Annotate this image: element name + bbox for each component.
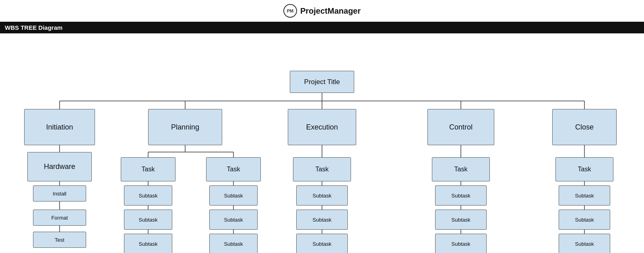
node-close-subtask3: Subtask	[559, 234, 610, 253]
wbs-diagram: Project Title Initiation Hardware Instal…	[0, 33, 644, 253]
node-planning: Planning	[148, 109, 222, 145]
node-planning-subtask2b: Subtask	[209, 210, 258, 230]
node-test: Test	[33, 232, 86, 248]
app-name: ProjectManager	[300, 6, 361, 16]
node-planning-subtask2c: Subtask	[209, 234, 258, 253]
header: PM ProjectManager	[0, 0, 644, 22]
node-format: Format	[33, 210, 86, 226]
node-planning-subtask2a: Subtask	[209, 185, 258, 206]
node-close-task: Task	[555, 157, 613, 181]
node-planning-task1: Task	[121, 157, 175, 181]
title-bar: WBS TREE Diagram	[0, 22, 644, 33]
node-planning-task2: Task	[206, 157, 261, 181]
node-hardware: Hardware	[27, 152, 92, 181]
diagram-title: WBS TREE Diagram	[5, 24, 62, 31]
node-planning-subtask1b: Subtask	[124, 210, 172, 230]
node-control-subtask3: Subtask	[435, 234, 487, 253]
pm-logo: PM ProjectManager	[283, 4, 361, 18]
node-control: Control	[427, 109, 494, 145]
pm-icon: PM	[283, 4, 297, 18]
node-planning-subtask1a: Subtask	[124, 185, 172, 206]
node-project-title: Project Title	[290, 71, 354, 93]
node-control-subtask2: Subtask	[435, 210, 487, 230]
node-close-subtask2: Subtask	[559, 210, 610, 230]
node-initiation: Initiation	[24, 109, 95, 145]
node-execution-subtask3: Subtask	[296, 234, 348, 253]
node-execution-subtask2: Subtask	[296, 210, 348, 230]
node-close: Close	[552, 109, 617, 145]
node-planning-subtask1c: Subtask	[124, 234, 172, 253]
node-execution-task: Task	[293, 157, 351, 181]
node-execution-subtask1: Subtask	[296, 185, 348, 206]
node-install: Install	[33, 185, 86, 202]
node-control-subtask1: Subtask	[435, 185, 487, 206]
node-execution: Execution	[288, 109, 356, 145]
node-close-subtask1: Subtask	[559, 185, 610, 206]
node-control-task: Task	[432, 157, 490, 181]
